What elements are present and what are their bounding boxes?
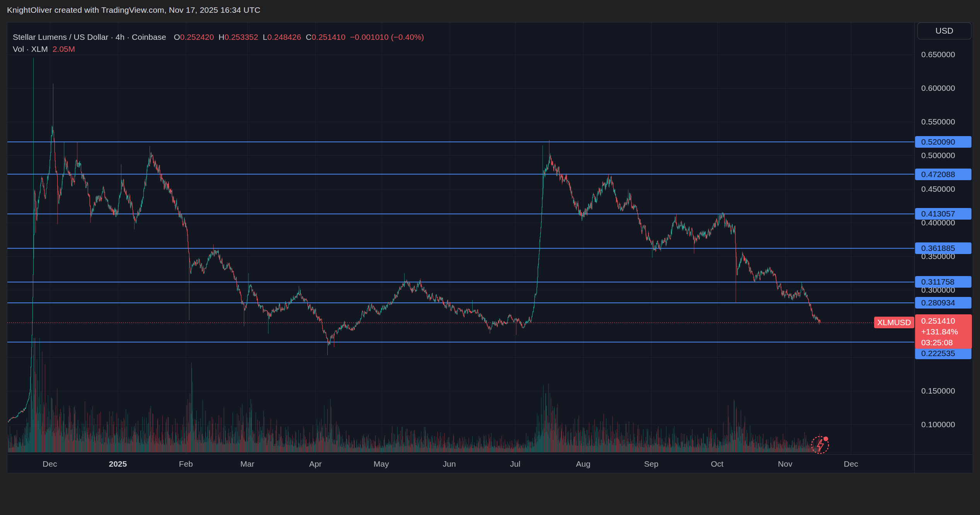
close-label: C: [306, 32, 311, 41]
symbol-title[interactable]: Stellar Lumens / US Dollar · 4h · Coinba…: [13, 32, 166, 41]
close-value: 0.251410: [311, 32, 345, 41]
low-label: L: [263, 32, 267, 41]
high-value: 0.253352: [225, 32, 259, 41]
lightning-bolt-icon: [817, 440, 823, 451]
volume-row: Vol · XLM 2.05M: [13, 44, 75, 54]
price-tick-label: 0.100000: [921, 420, 955, 429]
price-tick-label: 0.650000: [921, 50, 955, 59]
price-axis-border: [914, 22, 915, 473]
time-tick-label: Aug: [576, 459, 590, 469]
time-tick-label: Dec: [43, 459, 57, 469]
price-tick-label: 0.500000: [921, 151, 955, 160]
low-value: 0.248426: [267, 32, 301, 41]
price-tick-label: 0.150000: [921, 386, 955, 396]
time-tick-label: Feb: [179, 459, 193, 469]
candlestick-chart-canvas[interactable]: [0, 0, 980, 515]
current-change-pct: +131.84%: [921, 326, 972, 337]
open-value: 0.252420: [180, 32, 214, 41]
time-tick-label: 2025: [109, 459, 127, 469]
time-tick-label: Sep: [644, 459, 658, 469]
time-tick-label: May: [374, 459, 389, 469]
support-resistance-price-label: 0.361885: [915, 242, 971, 254]
open-label: O: [174, 32, 180, 41]
support-resistance-price-label: 0.311758: [915, 276, 971, 288]
bar-countdown: 03:25:08: [921, 337, 972, 348]
support-resistance-price-label: 0.280934: [915, 297, 971, 309]
time-tick-label: Jun: [443, 459, 456, 469]
time-tick-label: Mar: [240, 459, 254, 469]
volume-label: Vol · XLM: [13, 44, 48, 53]
time-tick-label: Jul: [510, 459, 521, 469]
support-resistance-price-label: 0.520090: [915, 136, 971, 148]
flash-dot: [823, 437, 828, 441]
time-tick-label: Apr: [309, 459, 322, 469]
price-tick-label: 0.600000: [921, 84, 955, 93]
price-tick-label: 0.550000: [921, 117, 955, 126]
high-label: H: [218, 32, 224, 41]
support-resistance-price-label: 0.472088: [915, 169, 971, 180]
currency-usd-button[interactable]: USD: [917, 22, 971, 39]
flash-marker-icon[interactable]: [809, 434, 831, 455]
support-resistance-price-label: 0.222535: [915, 348, 971, 359]
current-price-label: 0.251410 +131.84% 03:25:08: [915, 314, 972, 349]
change-value: −0.001010 (−0.40%): [350, 32, 424, 41]
chart-legend: Stellar Lumens / US Dollar · 4h · Coinba…: [13, 32, 424, 42]
price-tick-label: 0.450000: [921, 184, 955, 194]
volume-value: 2.05M: [53, 44, 75, 53]
support-resistance-price-label: 0.413057: [915, 208, 971, 220]
time-tick-label: Oct: [711, 459, 723, 469]
footer-bar: TradingView: [0, 473, 980, 515]
time-tick-label: Nov: [778, 459, 792, 469]
time-tick-label: Dec: [844, 459, 858, 469]
symbol-price-tag: XLMUSD: [874, 317, 914, 328]
current-price-value: 0.251410: [921, 315, 972, 326]
